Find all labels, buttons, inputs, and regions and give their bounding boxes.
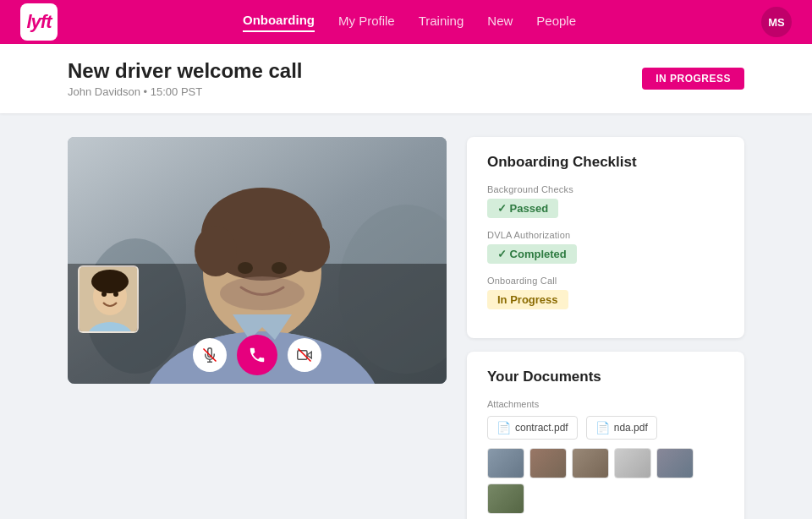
checklist-label-dvla: DVLA Authorization xyxy=(487,230,724,240)
svg-marker-24 xyxy=(307,352,311,358)
thumbnail-1[interactable] xyxy=(487,448,524,478)
thumbnail-5[interactable] xyxy=(656,448,694,478)
badge-completed: ✓ Completed xyxy=(487,244,577,264)
svg-point-10 xyxy=(288,221,330,272)
checklist-label-background: Background Checks xyxy=(487,184,724,194)
badge-passed: ✓ Passed xyxy=(487,199,558,218)
page-subtitle: John Davidson • 15:00 PST xyxy=(68,85,302,98)
documents-title: Your Documents xyxy=(487,369,724,385)
page-title: New driver welcome call xyxy=(68,59,302,83)
nav-links: Onboarding My Profile Training New Peopl… xyxy=(243,13,576,32)
logo: lyft xyxy=(20,3,58,41)
svg-point-12 xyxy=(272,262,287,274)
contract-filename: contract.pdf xyxy=(515,422,568,434)
thumbnail-row xyxy=(487,448,724,514)
main-content: Onboarding Checklist Background Checks ✓… xyxy=(0,113,812,519)
document-icon-2: 📄 xyxy=(595,421,610,434)
thumbnail-2[interactable] xyxy=(529,448,567,478)
svg-point-19 xyxy=(113,292,118,297)
video-controls xyxy=(193,335,321,375)
svg-point-18 xyxy=(102,292,107,297)
video-panel xyxy=(68,137,447,519)
document-icon: 📄 xyxy=(497,421,511,434)
checklist-card: Onboarding Checklist Background Checks ✓… xyxy=(467,137,744,338)
svg-point-9 xyxy=(195,226,237,276)
end-call-button[interactable] xyxy=(237,335,277,375)
navbar: lyft Onboarding My Profile Training New … xyxy=(0,0,812,44)
svg-point-13 xyxy=(220,276,304,310)
svg-point-17 xyxy=(91,270,129,293)
svg-point-11 xyxy=(238,262,253,274)
nav-onboarding[interactable]: Onboarding xyxy=(243,13,315,32)
user-avatar[interactable]: MS xyxy=(761,7,792,37)
video-toggle-button[interactable] xyxy=(288,338,321,372)
pip-feed xyxy=(80,267,139,333)
checklist-item-onboarding: Onboarding Call In Progress xyxy=(487,276,724,309)
video-pip xyxy=(78,265,139,333)
file-nda[interactable]: 📄 nda.pdf xyxy=(586,416,657,440)
thumbnail-4[interactable] xyxy=(614,448,651,478)
status-badge: IN PROGRESS xyxy=(642,68,744,90)
checklist-title: Onboarding Checklist xyxy=(487,154,724,171)
badge-in-progress: In Progress xyxy=(487,290,568,309)
documents-card: Your Documents Attachments 📄 contract.pd… xyxy=(467,352,744,519)
nav-people[interactable]: People xyxy=(536,14,576,31)
file-contract[interactable]: 📄 contract.pdf xyxy=(487,416,578,440)
page-header-text: New driver welcome call John Davidson • … xyxy=(68,59,302,98)
video-main xyxy=(68,137,447,384)
nav-training[interactable]: Training xyxy=(419,14,464,31)
checklist-item-background: Background Checks ✓ Passed xyxy=(487,184,724,218)
nav-my-profile[interactable]: My Profile xyxy=(338,14,395,31)
thumbnail-6[interactable] xyxy=(487,483,524,514)
file-row: 📄 contract.pdf 📄 nda.pdf xyxy=(487,416,724,440)
nda-filename: nda.pdf xyxy=(614,422,648,434)
page-header: New driver welcome call John Davidson • … xyxy=(0,44,812,113)
right-panel: Onboarding Checklist Background Checks ✓… xyxy=(467,137,744,519)
checklist-label-onboarding: Onboarding Call xyxy=(487,276,724,286)
attachments-label: Attachments xyxy=(487,399,724,409)
checklist-item-dvla: DVLA Authorization ✓ Completed xyxy=(487,230,724,264)
mute-button[interactable] xyxy=(193,338,227,372)
thumbnail-3[interactable] xyxy=(572,448,609,478)
nav-new[interactable]: New xyxy=(487,14,513,31)
